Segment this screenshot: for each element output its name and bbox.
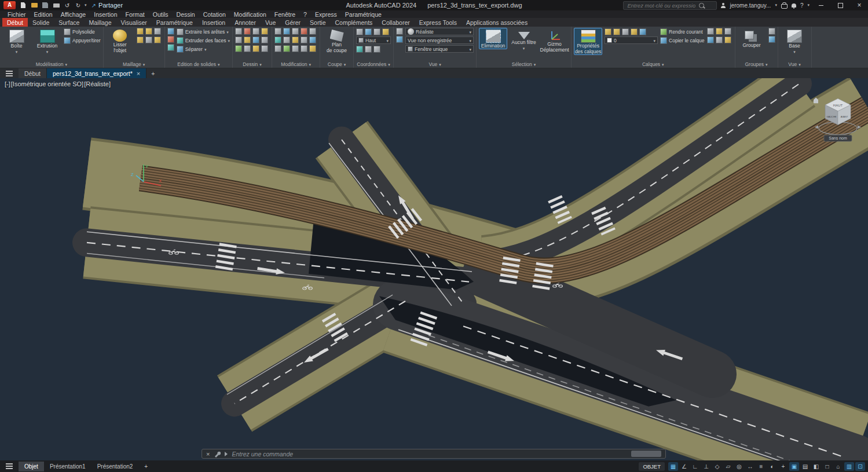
- search-box[interactable]: [623, 1, 717, 10]
- ungroup-icon[interactable]: [768, 28, 775, 35]
- ribbon-tab-collaborer[interactable]: Collaborer: [377, 18, 414, 27]
- search-input[interactable]: [626, 2, 697, 9]
- move-tool-icon[interactable]: [274, 28, 281, 35]
- layer-dropdown[interactable]: 0: [605, 36, 658, 44]
- polar-tracking-icon[interactable]: ◇: [712, 462, 722, 471]
- layer-delete-icon[interactable]: [707, 36, 714, 43]
- isodraft-icon[interactable]: ▱: [723, 462, 733, 471]
- customize-command-icon[interactable]: [214, 451, 221, 458]
- grid-icon[interactable]: ▦: [668, 462, 678, 471]
- panel-label-modification[interactable]: Modification: [274, 61, 317, 68]
- object-snap-tracking-icon[interactable]: ↔: [745, 462, 755, 471]
- redo-button[interactable]: ↻: [74, 1, 83, 9]
- menu-outils[interactable]: Outils: [149, 11, 173, 18]
- selection-cycling-icon[interactable]: ▣: [789, 462, 799, 471]
- group-edit-icon[interactable]: [768, 36, 775, 43]
- ucs-previous-icon[interactable]: [365, 46, 372, 53]
- menu-aide[interactable]: ?: [299, 11, 311, 18]
- mesh-tool-icon[interactable]: [154, 28, 161, 35]
- viewport-controls-menu[interactable]: [-]: [5, 81, 10, 87]
- file-tabs-menu-button[interactable]: [0, 68, 19, 78]
- help-button[interactable]: ?: [800, 2, 804, 9]
- ribbon-tab-debut[interactable]: Début: [2, 18, 28, 27]
- layer-isolate-icon[interactable]: [613, 28, 620, 35]
- close-tab-icon[interactable]: [137, 70, 140, 77]
- ribbon-tab-complements[interactable]: Compléments: [331, 18, 378, 27]
- spline-tool-icon[interactable]: [261, 36, 268, 43]
- scale-tool-icon[interactable]: [309, 36, 316, 43]
- mirror-tool-icon[interactable]: [274, 36, 281, 43]
- command-line[interactable]: Entrez une commande: [202, 449, 666, 459]
- offset-tool-icon[interactable]: [283, 45, 290, 52]
- drawing-viewport[interactable]: Y X Z HAUT GAUCHE AVANT Sans nom: [0, 78, 868, 460]
- ribbon-tab-surface[interactable]: Surface: [54, 18, 84, 27]
- autoscale-icon[interactable]: ◧: [811, 462, 821, 471]
- file-tab-document[interactable]: pers12_3d_trans_tex_export*: [47, 68, 147, 78]
- ribbon-tab-express-tools[interactable]: Express Tools: [415, 18, 462, 27]
- panel-label-maillage[interactable]: Maillage: [106, 61, 162, 68]
- ucs-view-dropdown[interactable]: Haut: [356, 36, 391, 44]
- ribbon-tab-solide[interactable]: Solide: [28, 18, 54, 27]
- ucs-world-icon[interactable]: [356, 28, 363, 35]
- file-tab-start[interactable]: Début: [19, 68, 47, 78]
- erase-tool-icon[interactable]: [301, 28, 307, 35]
- user-name[interactable]: jerome.tanguy...: [730, 2, 771, 9]
- ucs-z-axis-icon[interactable]: [382, 28, 389, 35]
- panel-label-vue[interactable]: Vue: [396, 61, 474, 68]
- layout-tab-objet[interactable]: Objet: [19, 462, 44, 471]
- annotation-visibility-icon[interactable]: ▤: [800, 462, 810, 471]
- menu-dessin[interactable]: Dessin: [173, 11, 199, 18]
- base-view-button[interactable]: Base: [781, 28, 809, 55]
- viewport-view-menu[interactable]: [Isométrique orientée SO]: [11, 81, 83, 87]
- menu-fichier[interactable]: Fichier: [3, 11, 30, 18]
- lisser-objet-button[interactable]: Lisser l'objet: [106, 28, 134, 54]
- appuyer-tirer-button[interactable]: Appuyer/tirer: [64, 36, 101, 44]
- layout-tab-presentation1[interactable]: Présentation1: [44, 462, 91, 471]
- help-dropdown[interactable]: [807, 3, 810, 8]
- polyline-tool-icon[interactable]: [244, 28, 251, 35]
- plot-button[interactable]: [52, 1, 61, 9]
- layer-merge-icon[interactable]: [724, 28, 731, 35]
- snap-icon[interactable]: ∠: [679, 462, 689, 471]
- layer-unlock-icon[interactable]: [716, 36, 723, 43]
- panel-label-dessin[interactable]: Dessin: [235, 61, 269, 68]
- lineweight-icon[interactable]: ≡: [756, 462, 766, 471]
- transparency-icon[interactable]: ◐: [767, 462, 777, 471]
- separer-button[interactable]: Séparer: [177, 45, 230, 53]
- grouper-button[interactable]: Grouper: [738, 28, 766, 49]
- ucs-origin-icon[interactable]: [365, 28, 372, 35]
- solid-union-icon[interactable]: [167, 28, 174, 35]
- layout-tab-presentation2[interactable]: Présentation2: [91, 462, 139, 471]
- infer-constraints-icon[interactable]: ∟: [690, 462, 700, 471]
- region-tool-icon[interactable]: [244, 45, 251, 52]
- menu-parametrique[interactable]: Paramétrique: [341, 11, 386, 18]
- menu-insertion[interactable]: Insertion: [90, 11, 121, 18]
- extruder-faces-button[interactable]: Extruder des faces: [177, 36, 230, 44]
- layer-lock-icon[interactable]: [631, 28, 638, 35]
- fillet-tool-icon[interactable]: [283, 36, 290, 43]
- mesh-tool-icon[interactable]: [154, 36, 161, 43]
- command-scrollbar[interactable]: [631, 451, 661, 457]
- break-tool-icon[interactable]: [301, 45, 307, 52]
- search-icon[interactable]: [699, 3, 704, 8]
- ucs-named-icon[interactable]: [373, 46, 380, 53]
- command-input[interactable]: Entrez une commande: [232, 451, 293, 458]
- ucs-3point-icon[interactable]: [373, 28, 380, 35]
- open-file-button[interactable]: [30, 1, 39, 9]
- arc-tool-icon[interactable]: [261, 28, 268, 35]
- layer-thaw-icon[interactable]: [724, 36, 731, 43]
- share-button[interactable]: Partager: [91, 2, 123, 9]
- ribbon-tab-maillage[interactable]: Maillage: [84, 18, 116, 27]
- ribbon-tab-sortie[interactable]: Sortie: [305, 18, 330, 27]
- extraire-aretes-button[interactable]: Extraire les arêtes: [177, 28, 230, 35]
- mesh-tool-icon[interactable]: [145, 36, 152, 43]
- gradient-tool-icon[interactable]: [252, 45, 259, 52]
- panel-label-coupe[interactable]: Coupe: [323, 61, 351, 68]
- ortho-icon[interactable]: ⊥: [701, 462, 711, 471]
- elimination-button[interactable]: Elimination: [479, 28, 507, 49]
- viewport-config-dropdown[interactable]: Fenêtre unique: [405, 45, 474, 53]
- solid-intersect-icon[interactable]: [167, 44, 174, 51]
- layer-walk-icon[interactable]: [707, 28, 714, 35]
- layer-match-icon[interactable]: [639, 28, 646, 35]
- annotation-scale-icon[interactable]: □: [822, 462, 832, 471]
